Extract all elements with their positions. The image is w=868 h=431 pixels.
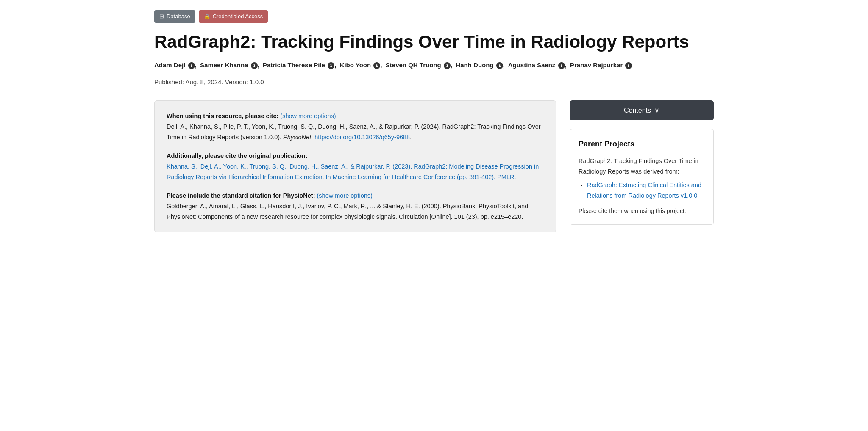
credentialed-badge[interactable]: 🔒 Credentialed Access: [199, 10, 268, 23]
parent-projects-box: Parent Projects RadGraph2: Tracking Find…: [570, 129, 714, 225]
show-more-primary-link[interactable]: (show more options): [280, 113, 336, 119]
page-title: RadGraph2: Tracking Findings Over Time i…: [154, 31, 714, 52]
parent-project-link[interactable]: RadGraph: Extracting Clinical Entities a…: [587, 182, 701, 199]
database-label: Database: [167, 12, 190, 21]
authors-list: Adam Dejl ℹ, Sameer Khanna ℹ, Patricia T…: [154, 59, 714, 71]
citation-box: When using this resource, please cite: (…: [154, 100, 556, 232]
secondary-citation-label: Additionally, please cite the original p…: [167, 152, 307, 159]
contents-button[interactable]: Contents ∨: [570, 100, 714, 120]
doi-period: .: [410, 134, 412, 141]
physionet-citation-text: Goldberger, A., Amaral, L., Glass, L., H…: [167, 203, 528, 220]
contents-label: Contents: [624, 107, 651, 114]
author-5: Steven QH Truong ℹ: [386, 61, 451, 69]
badges-row: ⊟ Database 🔒 Credentialed Access: [154, 10, 714, 23]
primary-italic: PhysioNet.: [283, 134, 313, 141]
secondary-citation-section: Additionally, please cite the original p…: [167, 151, 544, 182]
author-4: Kibo Yoon ℹ: [340, 61, 381, 69]
author-7-info[interactable]: ℹ: [558, 62, 565, 69]
author-3: Patricia Therese Pile ℹ: [263, 61, 334, 69]
physionet-citation-section: Please include the standard citation for…: [167, 191, 544, 222]
physionet-citation-label: Please include the standard citation for…: [167, 192, 315, 199]
credentialed-label: Credentialed Access: [213, 12, 263, 21]
published-info: Published: Aug. 8, 2024. Version: 1.0.0: [154, 77, 714, 87]
author-3-info[interactable]: ℹ: [328, 62, 334, 69]
chevron-down-icon: ∨: [654, 106, 659, 114]
primary-citation-section: When using this resource, please cite: (…: [167, 111, 544, 142]
list-item: RadGraph: Extracting Clinical Entities a…: [587, 180, 705, 201]
author-8: Pranav Rajpurkar ℹ: [570, 61, 632, 69]
author-1-info[interactable]: ℹ: [188, 62, 195, 69]
show-more-physionet-link[interactable]: (show more options): [317, 192, 373, 199]
main-content: When using this resource, please cite: (…: [154, 100, 556, 232]
database-badge[interactable]: ⊟ Database: [154, 10, 195, 23]
author-6: Hanh Duong ℹ: [456, 61, 503, 69]
cite-note: Please cite them when using this project…: [579, 206, 705, 216]
primary-doi-link[interactable]: https://doi.org/10.13026/q65y-9688: [314, 134, 410, 141]
author-8-info[interactable]: ℹ: [625, 62, 632, 69]
sidebar: Contents ∨ Parent Projects RadGraph2: Tr…: [570, 100, 714, 225]
primary-citation-label: When using this resource, please cite:: [167, 113, 278, 119]
author-4-info[interactable]: ℹ: [373, 62, 380, 69]
author-2-info[interactable]: ℹ: [251, 62, 258, 69]
page-wrapper: ⊟ Database 🔒 Credentialed Access RadGrap…: [137, 0, 731, 243]
parent-projects-list: RadGraph: Extracting Clinical Entities a…: [579, 180, 705, 201]
parent-projects-description: RadGraph2: Tracking Findings Over Time i…: [579, 156, 705, 177]
secondary-citation-link[interactable]: Khanna, S., Dejl, A., Yoon, K., Truong, …: [167, 163, 539, 180]
lock-icon: 🔒: [204, 13, 210, 20]
author-5-info[interactable]: ℹ: [444, 62, 451, 69]
author-2: Sameer Khanna ℹ: [200, 61, 258, 69]
author-7: Agustina Saenz ℹ: [508, 61, 565, 69]
author-6-info[interactable]: ℹ: [496, 62, 503, 69]
database-icon: ⊟: [159, 12, 164, 21]
parent-projects-title: Parent Projects: [579, 138, 705, 151]
author-1: Adam Dejl ℹ: [154, 61, 195, 69]
main-layout: When using this resource, please cite: (…: [154, 100, 714, 232]
